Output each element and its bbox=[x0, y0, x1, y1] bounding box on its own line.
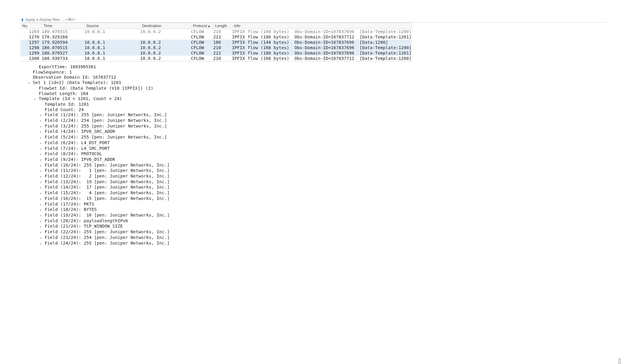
detail-row[interactable]: ▸ Field (4/24): IPV6_SRC_ADDR bbox=[20, 129, 606, 135]
tree-closed-icon[interactable]: ▸ bbox=[40, 157, 45, 163]
detail-row[interactable]: ▸ Field (14/24): 17 [pen: Juniper Networ… bbox=[20, 185, 606, 190]
detail-row[interactable]: ▸ Field (3/24): 255 [pen: Juniper Networ… bbox=[20, 124, 606, 129]
packet-row[interactable]: 1270170.929160CFLOW222IPFIX flow (180 by… bbox=[20, 34, 412, 40]
tree-closed-icon[interactable]: ▸ bbox=[40, 129, 45, 135]
cell: 10.6.6.1 bbox=[84, 29, 140, 35]
packet-row[interactable]: 1269180.07051510.6.6.110.6.6.2CFLOW210IP… bbox=[20, 29, 412, 35]
detail-row[interactable]: ▸ Field (18/24): BYTES bbox=[20, 207, 606, 213]
detail-text: Field (17/24): PKTS bbox=[45, 202, 94, 206]
detail-row[interactable]: ▸ Field (7/24): L4_SRC_PORT bbox=[20, 146, 606, 152]
tree-closed-icon[interactable]: ▸ bbox=[40, 174, 45, 179]
detail-row[interactable]: ▾ Set 1 [id=2] (Data Template): 1201 bbox=[20, 80, 606, 86]
col-header-dest[interactable]: Destination bbox=[140, 23, 191, 29]
tree-closed-icon[interactable]: ▸ bbox=[40, 168, 45, 174]
detail-row[interactable]: ▸ Field (17/24): PKTS bbox=[20, 202, 606, 207]
tree-closed-icon[interactable]: ▸ bbox=[40, 219, 45, 224]
detail-text: Field (8/24): PROTOCOL bbox=[45, 151, 102, 156]
tree-closed-icon[interactable]: ▸ bbox=[40, 118, 45, 124]
detail-text: Field (18/24): BYTES bbox=[45, 207, 97, 212]
detail-text: Field (19/24): 16 [pen: Juniper Networks… bbox=[45, 213, 170, 217]
tree-closed-icon[interactable]: ▸ bbox=[40, 207, 45, 213]
tree-closed-icon[interactable]: ▸ bbox=[40, 124, 45, 129]
packet-details-pane[interactable]: ExportTime: 1603965361FlowSequence: 1Obs… bbox=[20, 61, 606, 246]
cell: 10.6.6.2 bbox=[140, 45, 191, 50]
col-header-time[interactable]: Time bbox=[42, 23, 84, 29]
detail-row[interactable]: ▸ Field (16/24): 15 [pen: Juniper Networ… bbox=[20, 196, 606, 202]
tree-closed-icon[interactable]: ▸ bbox=[40, 213, 45, 218]
detail-text: Observation Domain Id: 167837712 bbox=[33, 75, 116, 80]
detail-row[interactable]: ▸ Field (12/24): 2 [pen: Juniper Network… bbox=[20, 174, 606, 179]
detail-row[interactable]: ▸ Field (2/24): 254 [pen: Juniper Networ… bbox=[20, 118, 606, 124]
tree-closed-icon[interactable]: ▸ bbox=[40, 113, 45, 118]
tree-open-icon[interactable]: ▾ bbox=[34, 97, 39, 102]
detail-row[interactable]: ▸ Field (20/24): payloadlengthIPv6 bbox=[20, 218, 606, 224]
detail-row[interactable]: ▸ Field (6/24): L4_DST_PORT bbox=[20, 140, 606, 146]
cell: 1298 bbox=[20, 45, 42, 50]
detail-row[interactable]: FlowSet Id: (Data Template (V10 [IPFIX])… bbox=[20, 86, 606, 91]
cell: 10.6.6.2 bbox=[140, 40, 191, 45]
packet-row[interactable]: 1300180.93073310.6.6.110.6.6.2CFLOW210IP… bbox=[20, 56, 412, 61]
col-header-length[interactable]: Length bbox=[213, 23, 232, 29]
display-filter-bar[interactable]: ▮ Apply a display filter … <⌘/> bbox=[20, 17, 606, 23]
detail-text: Field (7/24): L4_SRC_PORT bbox=[45, 146, 110, 151]
tree-closed-icon[interactable]: ▸ bbox=[40, 180, 45, 185]
detail-text: Field (1/24): 255 [pen: Juniper Networks… bbox=[45, 112, 167, 117]
detail-text: Field (13/24): 19 [pen: Juniper Networks… bbox=[45, 179, 170, 184]
detail-row[interactable]: ▸ Field (24/24): 255 [pen: Juniper Netwo… bbox=[20, 241, 606, 246]
packet-row[interactable]: 1298180.07051510.6.6.110.6.6.2CFLOW210IP… bbox=[20, 45, 412, 50]
detail-row[interactable]: ▸ Field (11/24): 1 [pen: Juniper Network… bbox=[20, 168, 606, 174]
tree-closed-icon[interactable]: ▸ bbox=[40, 230, 45, 235]
detail-row[interactable]: ▸ Field (8/24): PROTOCOL bbox=[20, 151, 606, 157]
tree-closed-icon[interactable]: ▸ bbox=[40, 196, 45, 202]
tree-closed-icon[interactable]: ▸ bbox=[40, 141, 45, 146]
detail-row[interactable]: Observation Domain Id: 167837712 bbox=[20, 75, 606, 80]
detail-row[interactable]: ▾ Template (Id = 1201, Count = 24) bbox=[20, 96, 606, 102]
col-header-info[interactable]: Info bbox=[232, 23, 411, 29]
tree-closed-icon[interactable]: ▸ bbox=[40, 235, 45, 241]
detail-text: Field (10/24): 255 [pen: Juniper Network… bbox=[45, 163, 170, 167]
cell: 180.930733 bbox=[42, 56, 84, 61]
detail-text: Field (3/24): 255 [pen: Juniper Networks… bbox=[45, 124, 167, 128]
detail-row[interactable]: Field Count: 24 bbox=[20, 107, 606, 113]
cell: 10.6.6.1 bbox=[84, 45, 140, 50]
detail-row[interactable]: ▸ Field (22/24): 255 [pen: Juniper Netwo… bbox=[20, 229, 606, 235]
detail-row[interactable]: ▸ Field (23/24): 254 [pen: Juniper Netwo… bbox=[20, 235, 606, 241]
col-header-no[interactable]: No. bbox=[20, 23, 42, 29]
packet-row[interactable]: 1297179.92659410.6.6.110.6.6.2CFLOW186IP… bbox=[20, 40, 412, 45]
col-header-proto[interactable]: Protocol ▴ bbox=[191, 23, 213, 29]
detail-row[interactable]: ▸ Field (1/24): 255 [pen: Juniper Networ… bbox=[20, 112, 606, 118]
detail-text: Field (6/24): L4_DST_PORT bbox=[45, 140, 110, 145]
packet-list-table[interactable]: No. Time Source Destination Protocol ▴ L… bbox=[20, 23, 412, 61]
detail-row[interactable]: ExportTime: 1603965361 bbox=[20, 64, 606, 70]
detail-row[interactable]: ▸ Field (9/24): IPV6_DST_ADDR bbox=[20, 157, 606, 163]
tree-closed-icon[interactable]: ▸ bbox=[40, 146, 45, 152]
tree-closed-icon[interactable]: ▸ bbox=[40, 135, 45, 140]
cell: 10.6.6.1 bbox=[84, 56, 140, 61]
tree-closed-icon[interactable]: ▸ bbox=[40, 185, 45, 190]
cell: CFLOW bbox=[191, 40, 213, 45]
detail-row[interactable]: ▸ Field (21/24): TCP_WINDOW_SIZE bbox=[20, 224, 606, 229]
display-filter-input[interactable]: Apply a display filter … <⌘/> bbox=[25, 17, 75, 22]
col-header-source[interactable]: Source bbox=[84, 23, 140, 29]
tree-closed-icon[interactable]: ▸ bbox=[40, 224, 45, 229]
detail-text: Field (11/24): 1 [pen: Juniper Networks,… bbox=[45, 168, 170, 173]
detail-row[interactable]: ▸ Field (19/24): 16 [pen: Juniper Networ… bbox=[20, 213, 606, 218]
tree-open-icon[interactable]: ▾ bbox=[28, 80, 33, 86]
detail-row[interactable]: FlowSequence: 1 bbox=[20, 70, 606, 75]
detail-text: Field Count: 24 bbox=[45, 107, 84, 112]
cell: 10.6.6.1 bbox=[84, 40, 140, 45]
detail-row[interactable]: FlowSet Length: 164 bbox=[20, 91, 606, 97]
tree-closed-icon[interactable]: ▸ bbox=[40, 202, 45, 207]
tree-closed-icon[interactable]: ▸ bbox=[40, 152, 45, 157]
detail-row[interactable]: ▸ Field (13/24): 19 [pen: Juniper Networ… bbox=[20, 179, 606, 185]
detail-text: Field (24/24): 255 [pen: Juniper Network… bbox=[45, 241, 170, 245]
cell: 180.070515 bbox=[42, 29, 84, 35]
detail-row[interactable]: ▸ Field (15/24): 4 [pen: Juniper Network… bbox=[20, 190, 606, 196]
tree-closed-icon[interactable]: ▸ bbox=[40, 191, 45, 196]
tree-closed-icon[interactable]: ▸ bbox=[40, 163, 45, 168]
detail-row[interactable]: Template Id: 1201 bbox=[20, 102, 606, 107]
packet-row[interactable]: 1299180.07052710.6.6.110.6.6.2CFLOW222IP… bbox=[20, 50, 412, 56]
tree-closed-icon[interactable]: ▸ bbox=[40, 241, 45, 246]
detail-row[interactable]: ▸ Field (10/24): 255 [pen: Juniper Netwo… bbox=[20, 163, 606, 168]
detail-row[interactable]: ▸ Field (5/24): 255 [pen: Juniper Networ… bbox=[20, 135, 606, 140]
